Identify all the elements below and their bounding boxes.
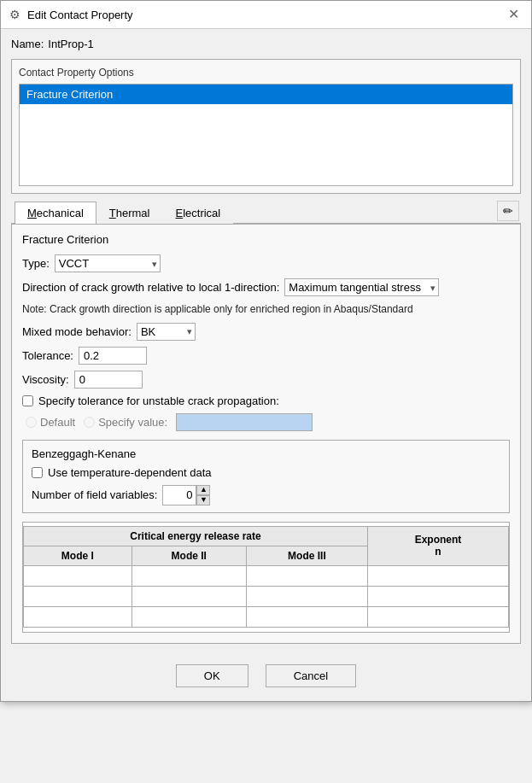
- tabs-left: Mechanical Thermal Electrical: [15, 201, 233, 223]
- fracture-criterion-group: Fracture Criterion Type: VCCT Enhanced V…: [11, 224, 521, 644]
- specify-value-radio-group: Specify value:: [84, 416, 167, 429]
- contact-property-options-label: Contact Property Options: [19, 67, 513, 79]
- spinner-buttons: ▲ ▼: [196, 485, 210, 505]
- specify-value-radio-label: Specify value:: [98, 416, 167, 429]
- spinner-up-button[interactable]: ▲: [196, 485, 210, 495]
- tab-electrical-label: lectrical: [183, 207, 220, 219]
- table-cell[interactable]: [24, 586, 132, 606]
- spinner-down-button[interactable]: ▼: [196, 495, 210, 505]
- field-vars-row: Number of field variables: ▲ ▼: [32, 485, 500, 505]
- specify-value-radio[interactable]: [84, 417, 95, 428]
- data-table-wrapper[interactable]: Critical energy release rate Exponent n …: [22, 522, 510, 633]
- pencil-button[interactable]: ✏: [497, 201, 519, 221]
- dialog: ⚙ Edit Contact Property ✕ Name: IntProp-…: [0, 0, 532, 702]
- cancel-button[interactable]: Cancel: [266, 664, 356, 687]
- tolerance-input[interactable]: [79, 347, 147, 365]
- table-cell[interactable]: [24, 565, 132, 586]
- specify-tolerance-row: Specify tolerance for unstable crack pro…: [22, 394, 510, 407]
- table-cell[interactable]: [367, 565, 508, 586]
- exponent-header: Exponent n: [367, 526, 508, 565]
- dialog-body: Name: IntProp-1 Contact Property Options…: [1, 29, 531, 652]
- table-cell[interactable]: [132, 565, 246, 586]
- tab-mechanical-label: echanical: [37, 207, 84, 219]
- tab-thermal-label: hermal: [116, 207, 150, 219]
- type-label: Type:: [22, 257, 50, 270]
- table-cell[interactable]: [24, 606, 132, 627]
- table-cell[interactable]: [132, 586, 246, 606]
- contact-property-options-group: Contact Property Options Fracture Criter…: [11, 59, 521, 194]
- direction-row: Direction of crack growth relative to lo…: [22, 278, 510, 296]
- critical-energy-header: Critical energy release rate: [24, 526, 368, 546]
- type-select-wrap: VCCT Enhanced VCCT Cohesive: [55, 254, 161, 272]
- default-radio-group: Default: [26, 416, 75, 429]
- tolerance-label: Tolerance:: [22, 349, 73, 362]
- dialog-title: Edit Contact Property: [27, 9, 133, 21]
- tabs-bar: Mechanical Thermal Electrical ✏: [11, 201, 521, 224]
- tab-thermal[interactable]: Thermal: [96, 202, 163, 224]
- table-row: [24, 565, 509, 586]
- table-cell[interactable]: [367, 586, 508, 606]
- title-bar: ⚙ Edit Contact Property ✕: [1, 1, 531, 29]
- fracture-criterion-label: Fracture Criterion: [22, 233, 510, 246]
- direction-select[interactable]: Maximum tangential stress Local 1-direct…: [284, 278, 439, 296]
- tab-mechanical[interactable]: Mechanical: [15, 202, 96, 224]
- mode1-header: Mode I: [24, 546, 132, 565]
- data-table: Critical energy release rate Exponent n …: [23, 526, 509, 628]
- title-bar-left: ⚙ Edit Contact Property: [9, 8, 133, 21]
- mixed-mode-row: Mixed mode behavior: BK Power Reeder: [22, 323, 510, 341]
- contact-property-options-list[interactable]: Fracture Criterion: [19, 84, 513, 186]
- app-icon: ⚙: [9, 8, 20, 21]
- list-item[interactable]: Fracture Criterion: [20, 85, 512, 104]
- table-cell[interactable]: [246, 586, 367, 606]
- use-temp-checkbox[interactable]: [32, 467, 43, 478]
- use-temp-row: Use temperature-dependent data: [32, 466, 500, 479]
- note-text: Note: Crack growth direction is applicab…: [22, 302, 510, 317]
- type-row: Type: VCCT Enhanced VCCT Cohesive: [22, 254, 510, 272]
- field-vars-spinner: ▲ ▼: [162, 485, 210, 505]
- default-radio[interactable]: [26, 417, 37, 428]
- tab-electrical[interactable]: Electrical: [162, 202, 233, 224]
- specify-value-input[interactable]: [176, 413, 313, 431]
- table-cell[interactable]: [132, 606, 246, 627]
- close-button[interactable]: ✕: [505, 8, 523, 21]
- viscosity-label: Viscosity:: [22, 373, 69, 386]
- type-select[interactable]: VCCT Enhanced VCCT Cohesive: [55, 254, 161, 272]
- name-value: IntProp-1: [48, 38, 93, 50]
- viscosity-input[interactable]: [74, 371, 143, 389]
- field-vars-input[interactable]: [162, 485, 196, 505]
- table-row: [24, 606, 509, 627]
- direction-select-wrap: Maximum tangential stress Local 1-direct…: [284, 278, 439, 296]
- table-cell[interactable]: [367, 606, 508, 627]
- direction-label: Direction of crack growth relative to lo…: [22, 281, 279, 294]
- bk-group-label: Benzeggagh-Kenane: [32, 447, 500, 460]
- mode2-header: Mode II: [132, 546, 246, 565]
- table-cell[interactable]: [246, 606, 367, 627]
- name-label: Name:: [11, 38, 44, 50]
- tolerance-row: Tolerance:: [22, 347, 510, 365]
- specify-tolerance-label: Specify tolerance for unstable crack pro…: [38, 394, 279, 407]
- table-cell[interactable]: [246, 565, 367, 586]
- mixed-mode-label: Mixed mode behavior:: [22, 325, 132, 338]
- table-row: [24, 586, 509, 606]
- radio-row: Default Specify value:: [22, 413, 510, 431]
- ok-button[interactable]: OK: [176, 664, 248, 687]
- mixed-mode-select-wrap: BK Power Reeder: [137, 323, 196, 341]
- mode3-header: Mode III: [246, 546, 367, 565]
- dialog-footer: OK Cancel: [1, 652, 531, 701]
- field-vars-label: Number of field variables:: [32, 488, 157, 501]
- mixed-mode-select[interactable]: BK Power Reeder: [137, 323, 196, 341]
- use-temp-label: Use temperature-dependent data: [48, 466, 212, 479]
- viscosity-row: Viscosity:: [22, 371, 510, 389]
- specify-tolerance-checkbox[interactable]: [22, 395, 33, 406]
- bk-group: Benzeggagh-Kenane Use temperature-depend…: [22, 440, 510, 513]
- default-radio-label: Default: [40, 416, 75, 429]
- name-row: Name: IntProp-1: [11, 38, 521, 50]
